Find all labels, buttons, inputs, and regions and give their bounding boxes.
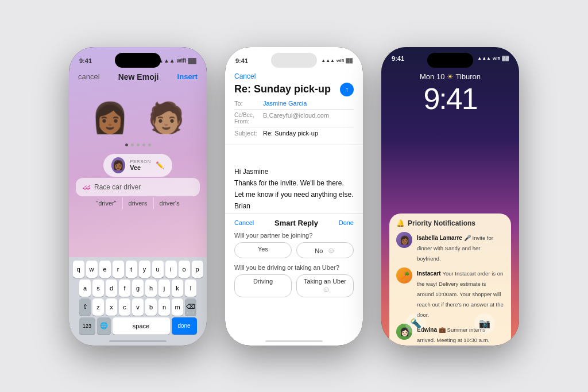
option-driving[interactable]: Driving	[234, 274, 292, 297]
smart-done-btn[interactable]: Done	[339, 219, 354, 226]
option-yes[interactable]: Yes	[234, 242, 292, 258]
key-z[interactable]: z	[92, 298, 104, 316]
emoji-cancel-btn[interactable]: cancel	[78, 72, 100, 81]
smart-reply-title: Smart Reply	[274, 219, 318, 227]
person-selector[interactable]: 👩🏾 PERSON Vee ✏️	[103, 154, 172, 177]
key-x[interactable]: x	[106, 298, 117, 316]
kb-row-2: a s d f g h j k l	[70, 280, 206, 297]
notif-text-1: Isabella Lamarre 🎤 Invite for dinner wit…	[417, 232, 504, 263]
person-name: Vee	[130, 164, 151, 171]
weather-icon: ☀	[447, 72, 455, 81]
subject-value: Re: Sunday pick-up	[263, 130, 318, 137]
home-indicator-1	[109, 340, 167, 342]
emoji-sheet-title: New Emoji	[118, 72, 159, 81]
cc-label: Cc/Bcc, From:	[234, 112, 263, 125]
notification-item-2[interactable]: 🥕 Instacart Your Instacart order is on t…	[396, 267, 504, 319]
autocomplete-3[interactable]: driver's	[154, 197, 185, 209]
smart-cancel-btn[interactable]: Cancel	[234, 219, 254, 226]
emoji-header: cancel New Emoji Insert	[69, 72, 207, 81]
key-p[interactable]: p	[192, 261, 203, 278]
key-f[interactable]: f	[119, 280, 130, 297]
option-no[interactable]: No ☺	[296, 242, 354, 258]
key-a[interactable]: a	[79, 280, 91, 297]
dynamic-island-1	[115, 53, 161, 68]
priority-card-header: 🔔 Priority Notifications	[396, 219, 504, 227]
mail-to-field: To: Jasmine Garcia	[234, 98, 354, 110]
notif-msg-2: Your Instacart order is on the way! Deli…	[417, 270, 504, 318]
cc-value: B.Careyful@icloud.com	[263, 112, 329, 125]
key-emoji[interactable]: 🌐	[97, 317, 111, 335]
status-time-1: 9:41	[79, 57, 92, 64]
key-done[interactable]: done	[172, 317, 197, 335]
phone-emoji: 9:41 ▲▲▲ wifi ▓▓ cancel New Emoji Insert…	[69, 47, 207, 346]
key-e[interactable]: e	[99, 261, 111, 278]
smart-options-2: Driving Taking an Uber ☺	[234, 274, 354, 297]
key-o[interactable]: o	[179, 261, 190, 278]
notification-item-1[interactable]: 👩🏾 Isabella Lamarre 🎤 Invite for dinner …	[396, 232, 504, 263]
smart-reply-section: Cancel Smart Reply Done Will your partne…	[225, 214, 363, 308]
key-r[interactable]: r	[113, 261, 124, 278]
wifi-icon-2: wifi	[336, 58, 344, 63]
dot-5	[148, 143, 151, 146]
smart-reply-header: Cancel Smart Reply Done	[234, 219, 354, 227]
key-q[interactable]: q	[73, 261, 84, 278]
key-c[interactable]: c	[119, 298, 130, 316]
body-line-3: Let me know if you need anything else.	[234, 191, 354, 199]
key-h[interactable]: h	[145, 280, 157, 297]
lock-signal: ▲▲▲	[477, 56, 491, 61]
key-g[interactable]: g	[132, 280, 144, 297]
emoji-page-dots	[69, 143, 207, 146]
notif-avatar-2: 🥕	[396, 267, 412, 284]
key-delete[interactable]: ⌫	[185, 298, 196, 316]
option-uber[interactable]: Taking an Uber ☺	[296, 274, 354, 297]
mail-cancel-btn[interactable]: Cancel	[234, 72, 354, 80]
emoji-input-field[interactable]: 🏎 Race car driver	[76, 178, 200, 196]
autocomplete-1[interactable]: "driver"	[90, 197, 122, 209]
emoji-option-1[interactable]: 👩🏾	[90, 95, 129, 141]
keyboard: q w e r t y u i o p a s d f g h j k l	[69, 257, 207, 346]
kb-row-4: 123 🌐 space done	[70, 317, 206, 335]
notif-text-2: Instacart Your Instacart order is on the…	[417, 267, 504, 319]
phone-mail: 9:41 ▲▲▲ wifi ▓▓ Cancel Re: Sunday pick-…	[225, 47, 363, 346]
key-l[interactable]: l	[185, 280, 196, 297]
kb-row-3: ⇧ z x c v b n m ⌫	[70, 298, 206, 316]
notif-name-2: Instacart	[417, 270, 442, 277]
autocomplete-suggestions: "driver" drivers driver's	[69, 197, 207, 209]
body-line-4: Brian	[234, 202, 354, 210]
heart-icon: 🏎	[83, 183, 91, 192]
subject-label: Subject:	[234, 130, 263, 137]
key-k[interactable]: k	[172, 280, 183, 297]
send-button[interactable]: ↑	[340, 83, 354, 96]
status-icons-1: ▲▲▲ wifi ▓▓	[158, 57, 196, 64]
priority-card-title: Priority Notifications	[408, 219, 475, 227]
key-u[interactable]: u	[152, 261, 164, 278]
key-123[interactable]: 123	[79, 317, 95, 335]
smart-question-1: Will your partner be joining?	[234, 232, 354, 239]
dynamic-island-3	[427, 53, 473, 68]
key-y[interactable]: y	[139, 261, 150, 278]
key-m[interactable]: m	[172, 298, 183, 316]
key-b[interactable]: b	[145, 298, 157, 316]
person-avatar: 👩🏾	[111, 157, 125, 173]
emoji-option-2[interactable]: 🧑🏽	[146, 95, 185, 141]
flashlight-button[interactable]: 🔦	[405, 313, 426, 334]
key-w[interactable]: w	[86, 261, 98, 278]
key-shift[interactable]: ⇧	[79, 298, 91, 316]
key-i[interactable]: i	[165, 261, 177, 278]
battery-icon: ▓▓	[188, 57, 196, 64]
key-d[interactable]: d	[106, 280, 117, 297]
camera-button[interactable]: 📷	[474, 313, 495, 334]
key-space[interactable]: space	[113, 317, 170, 335]
key-v[interactable]: v	[132, 298, 144, 316]
signal-icon-2: ▲▲▲	[321, 58, 335, 63]
dot-1	[125, 143, 128, 146]
autocomplete-2[interactable]: drivers	[123, 197, 154, 209]
key-t[interactable]: t	[126, 261, 137, 278]
key-s[interactable]: s	[92, 280, 104, 297]
status-icons-2: ▲▲▲ wifi ▓▓	[321, 58, 353, 63]
key-j[interactable]: j	[158, 280, 170, 297]
key-n[interactable]: n	[158, 298, 170, 316]
mail-cc-field: Cc/Bcc, From: B.Careyful@icloud.com	[234, 110, 354, 127]
dot-4	[142, 143, 145, 146]
emoji-insert-btn[interactable]: Insert	[177, 72, 198, 81]
